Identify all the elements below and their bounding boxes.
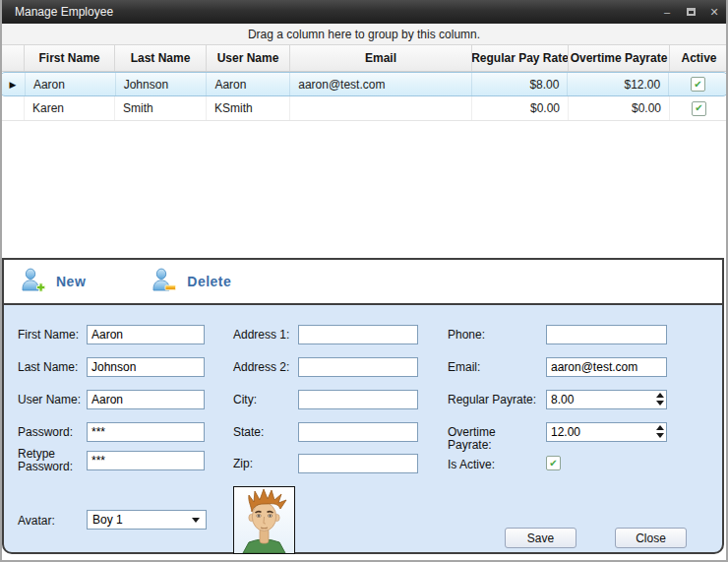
- close-button-label: Close: [636, 531, 666, 545]
- cell-user-name: KSmith: [207, 96, 290, 120]
- city-label: City:: [233, 394, 296, 406]
- cell-first-name: Aaron: [26, 73, 116, 95]
- first-name-field[interactable]: [87, 325, 205, 344]
- chevron-down-icon: [192, 518, 200, 523]
- cell-user-name: Aaron: [207, 73, 290, 95]
- cell-regular-pay-rate: $0.00: [472, 96, 569, 120]
- table-row[interactable]: ▶ Aaron Johnson Aaron aaron@test.com $8.…: [0, 72, 728, 96]
- zip-label: Zip:: [233, 458, 296, 470]
- avatar-select-value: Boy 1: [92, 513, 123, 527]
- address1-field[interactable]: [298, 325, 418, 344]
- retype-password-label: Retype Password:: [18, 448, 77, 473]
- user-name-label: User Name:: [18, 394, 83, 406]
- cell-overtime-payrate: $0.00: [569, 96, 670, 120]
- spinner-up-icon[interactable]: [656, 425, 664, 430]
- delete-employee-icon: [151, 267, 177, 297]
- group-by-hint: Drag a column here to group by this colu…: [248, 28, 480, 41]
- detail-toolbar: New Delete: [4, 260, 722, 305]
- grid-header-regular-pay-rate[interactable]: Regular Pay Rate: [472, 45, 569, 71]
- close-icon[interactable]: ✕: [706, 4, 722, 20]
- grid-header-row: First Name Last Name User Name Email Reg…: [0, 45, 728, 72]
- check-icon: ✔: [549, 459, 557, 468]
- row-indicator-spacer: [0, 96, 25, 120]
- regular-payrate-label: Regular Payrate:: [448, 394, 542, 406]
- delete-button-label: Delete: [187, 274, 231, 289]
- spinner-down-icon[interactable]: [656, 433, 664, 438]
- address2-field[interactable]: [298, 357, 418, 377]
- cell-last-name: Johnson: [116, 73, 208, 95]
- minimize-icon[interactable]: –: [659, 4, 675, 20]
- cell-active: ✔: [670, 96, 728, 120]
- cell-regular-pay-rate: $8.00: [472, 73, 569, 95]
- regular-payrate-stepper: [546, 390, 667, 409]
- save-button[interactable]: Save: [505, 528, 576, 548]
- address2-label: Address 2:: [233, 361, 296, 374]
- overtime-payrate-field[interactable]: [546, 422, 667, 442]
- zip-field[interactable]: [298, 454, 418, 473]
- active-checkbox[interactable]: ✔: [691, 77, 705, 92]
- spinner-down-icon[interactable]: [656, 401, 664, 406]
- cell-last-name: Smith: [115, 96, 207, 120]
- state-field[interactable]: [298, 422, 418, 442]
- table-row[interactable]: Karen Smith KSmith $0.00 $0.00 ✔: [0, 96, 728, 121]
- avatar-image: [233, 486, 295, 554]
- last-name-field[interactable]: [87, 357, 205, 377]
- cell-active: ✔: [669, 73, 727, 95]
- close-button[interactable]: Close: [615, 528, 687, 548]
- overtime-payrate-stepper: [546, 422, 667, 442]
- retype-password-field[interactable]: [87, 451, 205, 470]
- user-name-field[interactable]: [87, 390, 205, 409]
- save-button-label: Save: [527, 531, 554, 545]
- spinner-up-icon[interactable]: [656, 393, 664, 398]
- grid-header-last-name[interactable]: Last Name: [115, 45, 207, 71]
- check-icon: ✔: [695, 103, 702, 113]
- cell-first-name: Karen: [25, 96, 115, 120]
- phone-label: Phone:: [448, 329, 542, 342]
- overtime-payrate-label: Overtime Payrate:: [448, 426, 542, 452]
- maximize-glyph: [687, 8, 696, 16]
- email-label: Email:: [448, 361, 542, 374]
- grid-header-active[interactable]: Active: [670, 45, 728, 71]
- state-label: State:: [233, 426, 296, 439]
- check-icon: ✔: [694, 80, 701, 90]
- title-bar: Manage Employee – ✕: [0, 0, 728, 24]
- active-checkbox[interactable]: ✔: [692, 101, 706, 116]
- city-field[interactable]: [298, 390, 418, 409]
- is-active-checkbox[interactable]: ✔: [546, 456, 561, 470]
- overtime-payrate-spinner: [656, 425, 664, 438]
- grid-header-first-name[interactable]: First Name: [25, 45, 115, 71]
- selected-row-indicator: ▶: [1, 73, 26, 95]
- last-name-label: Last Name:: [18, 361, 83, 374]
- row-indicator-icon: ▶: [10, 80, 17, 90]
- password-field[interactable]: [87, 422, 205, 442]
- address1-label: Address 1:: [233, 329, 296, 342]
- regular-payrate-field[interactable]: [546, 390, 667, 409]
- email-field[interactable]: [546, 357, 667, 377]
- grid-header-email[interactable]: Email: [290, 45, 472, 71]
- first-name-label: First Name:: [18, 329, 83, 342]
- new-employee-icon: [20, 267, 46, 297]
- grid-header-user-name[interactable]: User Name: [207, 45, 290, 71]
- manage-employee-window: Manage Employee – ✕ Drag a column here t…: [0, 0, 728, 562]
- grid-header-indicator: [0, 45, 25, 71]
- password-label: Password:: [18, 426, 83, 439]
- phone-field[interactable]: [546, 325, 667, 344]
- cell-overtime-payrate: $12.00: [568, 73, 669, 95]
- delete-button[interactable]: Delete: [151, 267, 231, 297]
- group-by-bar[interactable]: Drag a column here to group by this colu…: [0, 24, 728, 45]
- avatar-select[interactable]: Boy 1: [87, 510, 207, 530]
- window-title: Manage Employee: [15, 5, 113, 19]
- new-button-label: New: [56, 274, 86, 289]
- is-active-label: Is Active:: [448, 459, 542, 471]
- grid-header-overtime-payrate[interactable]: Overtime Payrate: [569, 45, 670, 71]
- window-controls: – ✕: [659, 0, 722, 24]
- cell-email: aaron@test.com: [290, 73, 471, 95]
- new-button[interactable]: New: [20, 267, 86, 297]
- employee-grid: First Name Last Name User Name Email Reg…: [0, 45, 728, 121]
- maximize-icon[interactable]: [683, 4, 698, 20]
- avatar-label: Avatar:: [18, 515, 83, 528]
- cell-email: [290, 96, 472, 120]
- regular-payrate-spinner: [656, 393, 664, 406]
